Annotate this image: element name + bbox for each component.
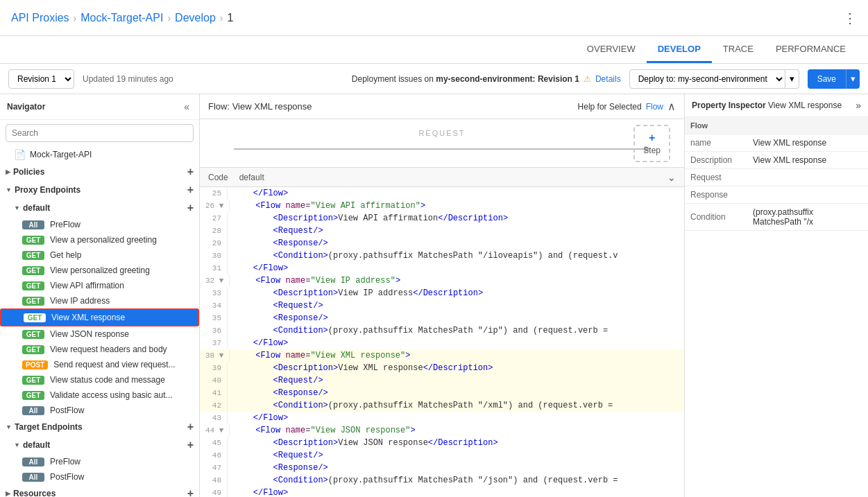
badge-get: GET	[22, 297, 44, 306]
deploy-to: Deploy to: my-second-environment ▾	[629, 69, 799, 89]
code-default-label: default	[239, 173, 264, 182]
prop-table: name View XML response Description View …	[685, 134, 868, 231]
nav-item-target-preflow[interactable]: All PreFlow	[0, 454, 199, 469]
code-line-49: 49 </Flow>	[200, 487, 684, 497]
flow-header: Flow: View XML response Help for Selecte…	[200, 94, 684, 119]
help-flow-link[interactable]: Flow	[646, 102, 663, 112]
breadcrumb-api-proxies[interactable]: API Proxies	[11, 12, 69, 24]
code-expand-btn[interactable]: ⌄	[667, 172, 676, 183]
prop-label-name: name	[685, 134, 747, 152]
nav-label: View request headers and body	[50, 345, 167, 354]
badge-get: GET	[22, 391, 44, 400]
nav-item-view-status-code[interactable]: GET View status code and message	[0, 372, 199, 387]
nav-item-preflow[interactable]: All PreFlow	[0, 217, 199, 232]
nav-section-label: Target Endpoints	[15, 422, 83, 432]
triangle-icon: ▼	[14, 204, 20, 211]
nav-item-validate-access[interactable]: GET Validate access using basic aut...	[0, 387, 199, 403]
request-area: REQUEST	[234, 126, 650, 161]
prop-row-response: Response	[685, 186, 868, 204]
nav-item-view-personalized-greeting-a[interactable]: GET View a personalized greeting	[0, 232, 199, 247]
warning-icon: ⚠	[584, 74, 591, 84]
navigator-title: Navigator	[7, 102, 45, 112]
nav-label: Validate access using basic aut...	[50, 390, 173, 400]
nav-item-view-json-response[interactable]: GET View JSON response	[0, 326, 199, 342]
top-bar-right: ⋮	[843, 10, 857, 26]
step-button[interactable]: + Step	[633, 125, 670, 162]
code-content: 25 </Flow> 26 ▼ <Flow name="View API aff…	[200, 187, 684, 497]
badge-get: GET	[22, 281, 44, 290]
add-target-endpoint-btn[interactable]: +	[187, 421, 194, 433]
code-line-35: 35 <Response/>	[200, 312, 684, 324]
flow-diagram: REQUEST + Step	[200, 119, 684, 168]
prop-row-description: Description View XML response	[685, 152, 868, 169]
triangle-icon: ▼	[6, 424, 12, 430]
kebab-menu-icon[interactable]: ⋮	[843, 10, 857, 26]
nav-item-send-request[interactable]: POST Send request and view request...	[0, 357, 199, 372]
nav-subsection-label: default	[23, 440, 50, 450]
help-section: Help for Selected Flow ∧	[578, 100, 676, 113]
code-line-38: 38 ▼ <Flow name="View XML response">	[200, 349, 684, 362]
deploy-status: Deployment issues on my-second-environme…	[352, 74, 621, 84]
add-target-default-btn[interactable]: +	[187, 439, 194, 451]
help-text: Help for Selected	[578, 102, 642, 112]
nav-section-proxy-endpoints[interactable]: ▼ Proxy Endpoints +	[0, 181, 199, 199]
breadcrumb-section[interactable]: Develop	[175, 12, 216, 24]
deploy-to-select[interactable]: Deploy to: my-second-environment	[629, 69, 785, 89]
code-area: Code default ⌄ 25 </Flow> 26 ▼ <Flow nam…	[200, 168, 684, 497]
navigator-collapse-btn[interactable]: «	[181, 100, 192, 114]
add-policy-btn[interactable]: +	[187, 166, 194, 178]
updated-text: Updated 19 minutes ago	[83, 74, 343, 84]
nav-item-view-xml-response[interactable]: GET View XML response	[0, 308, 199, 326]
nav-section-policies[interactable]: ▶ Policies +	[0, 163, 199, 181]
nav-item-get-help[interactable]: GET Get help	[0, 247, 199, 263]
search-input[interactable]	[6, 124, 194, 142]
prop-value-response	[747, 186, 868, 204]
nav-section-resources[interactable]: ▶ Resources +	[0, 485, 199, 497]
add-default-btn[interactable]: +	[187, 202, 194, 214]
nav-label: Send request and view request...	[53, 360, 175, 369]
nav-item-mock-target-api[interactable]: 📄 Mock-Target-API	[0, 146, 199, 163]
code-line-31: 31 </Flow>	[200, 262, 684, 274]
plus-icon: +	[649, 132, 655, 144]
tab-performance[interactable]: PERFORMANCE	[765, 37, 857, 63]
nav-item-view-ip-address[interactable]: GET View IP address	[0, 293, 199, 308]
triangle-icon: ▼	[6, 186, 12, 193]
code-line-26: 26 ▼ <Flow name="View API affirmation">	[200, 200, 684, 212]
nav-subsection-default[interactable]: ▼ default +	[0, 199, 199, 217]
tab-overview[interactable]: OVERVIEW	[576, 37, 647, 63]
prop-value-name: View XML response	[747, 134, 868, 152]
flow-section-header: Flow	[685, 117, 868, 134]
nav-item-view-personalized-greeting[interactable]: GET View personalized greeting	[0, 263, 199, 278]
nav-item-view-request-headers[interactable]: GET View request headers and body	[0, 342, 199, 357]
prop-value-description: View XML response	[747, 152, 868, 169]
badge-all: All	[22, 473, 44, 482]
flow-expand-btn[interactable]: ∧	[667, 100, 676, 113]
save-button[interactable]: Save	[808, 69, 846, 89]
add-resource-btn[interactable]: +	[187, 487, 194, 497]
nav-section-label: Policies	[13, 167, 44, 177]
nav-subsection-target-default[interactable]: ▼ default +	[0, 436, 199, 454]
deploy-dropdown-btn[interactable]: ▾	[785, 69, 799, 89]
triangle-icon: ▼	[14, 442, 20, 448]
code-line-48: 48 <Condition>(proxy.pathsuffix MatchesP…	[200, 474, 684, 487]
nav-item-view-api-affirmation[interactable]: GET View API affirmation	[0, 278, 199, 293]
tab-trace[interactable]: TRACE	[712, 37, 765, 63]
badge-all: All	[22, 457, 44, 467]
tab-develop[interactable]: DEVELOP	[647, 37, 712, 63]
nav-item-postflow[interactable]: All PostFlow	[0, 403, 199, 418]
nav-section-target-endpoints[interactable]: ▼ Target Endpoints +	[0, 418, 199, 436]
breadcrumb-project[interactable]: Mock-Target-API	[80, 12, 163, 24]
details-link[interactable]: Details	[595, 74, 621, 84]
add-proxy-endpoint-btn[interactable]: +	[187, 184, 194, 196]
badge-get: GET	[22, 345, 44, 354]
nav-item-target-postflow[interactable]: All PostFlow	[0, 469, 199, 485]
code-line-36: 36 <Condition>(proxy.pathsuffix MatchesP…	[200, 324, 684, 337]
nav-label: PreFlow	[50, 220, 80, 229]
prop-label-response: Response	[685, 186, 747, 204]
prop-expand-btn[interactable]: »	[856, 100, 861, 111]
revision-select[interactable]: Revision 1	[8, 69, 74, 89]
navigator-header: Navigator «	[0, 94, 199, 120]
nav-label: Get help	[50, 250, 81, 260]
code-line-44: 44 ▼ <Flow name="View JSON response">	[200, 424, 684, 437]
save-dropdown-btn[interactable]: ▾	[846, 69, 860, 89]
